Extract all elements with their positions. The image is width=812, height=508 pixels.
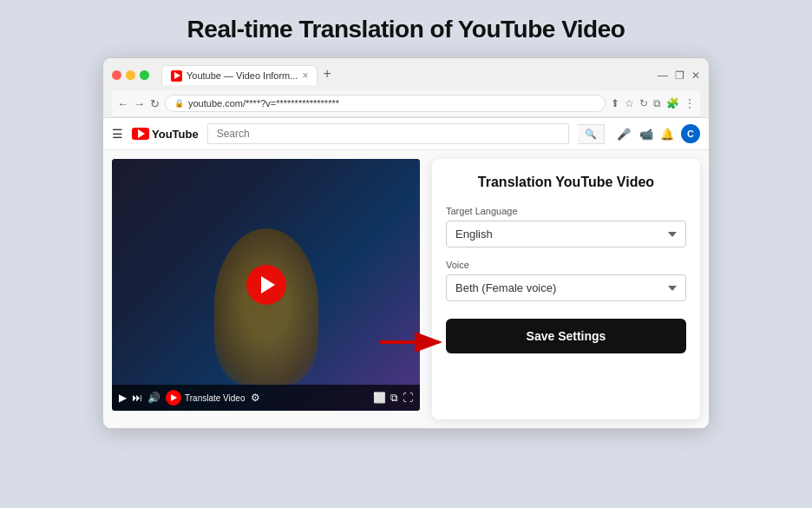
maximize-window-dot[interactable] — [140, 70, 149, 80]
target-language-select[interactable]: English Spanish French German Japanese C… — [446, 221, 686, 247]
browser-content: ▶ ⏭ 🔊 Translate Video ⚙ ⬜ ⧉ ⛶ — [103, 150, 709, 428]
play-button[interactable] — [246, 265, 286, 305]
address-bar[interactable]: 🔒 youtube.com/****?v=***************** — [165, 95, 606, 112]
extensions-icon[interactable]: 🧩 — [666, 97, 679, 109]
target-language-field: Target Language English Spanish French G… — [446, 206, 686, 247]
video-player[interactable]: ▶ ⏭ 🔊 Translate Video ⚙ ⬜ ⧉ ⛶ — [112, 159, 420, 411]
reload-icon[interactable]: ↻ — [639, 97, 648, 109]
volume-control[interactable]: 🔊 — [147, 392, 160, 404]
restore-button[interactable]: ❐ — [675, 69, 684, 82]
minimize-window-dot[interactable] — [126, 70, 135, 80]
video-background — [112, 159, 420, 411]
next-control[interactable]: ⏭ — [132, 392, 142, 404]
address-bar-row: ← → ↻ 🔒 youtube.com/****?v=*************… — [112, 90, 700, 117]
target-language-label: Target Language — [446, 206, 686, 216]
refresh-button[interactable]: ↻ — [150, 97, 160, 110]
bookmark-icon[interactable]: ☆ — [625, 97, 634, 109]
hamburger-menu[interactable]: ☰ — [112, 127, 123, 141]
translate-video-label: Translate Video — [185, 393, 246, 403]
lock-icon: 🔒 — [174, 99, 184, 108]
youtube-logo[interactable]: YouTube — [132, 128, 199, 141]
tab-icon[interactable]: ⧉ — [653, 97, 661, 109]
translate-icon — [166, 390, 181, 406]
fullscreen-control[interactable]: ⛶ — [403, 392, 413, 404]
tab-label: Youtube — Video Inform... — [187, 70, 298, 81]
notifications-icon[interactable]: 🔔 — [660, 128, 674, 141]
user-avatar[interactable]: C — [681, 124, 700, 143]
traffic-lights — [112, 70, 149, 80]
youtube-logo-text: YouTube — [152, 128, 199, 141]
theater-control[interactable]: ⬜ — [373, 392, 386, 404]
save-settings-button[interactable]: Save Settings — [446, 319, 686, 353]
menu-icon[interactable]: ⋮ — [684, 97, 695, 109]
url-text: youtube.com/****?v=***************** — [188, 98, 339, 109]
share-icon[interactable]: ⬆ — [611, 97, 619, 109]
tab-close-button[interactable]: × — [302, 69, 308, 82]
video-controls: ▶ ⏭ 🔊 Translate Video ⚙ ⬜ ⧉ ⛶ — [112, 385, 420, 411]
search-button[interactable]: 🔍 — [578, 124, 605, 144]
tab-bar: Youtube — Video Inform... × + — [161, 65, 652, 85]
translation-panel: Translation YouTube Video Target Languag… — [432, 159, 700, 419]
forward-button[interactable]: → — [134, 97, 145, 110]
voice-select[interactable]: Beth (Female voice) Amy (Female voice) B… — [446, 274, 686, 301]
voice-label: Voice — [446, 260, 686, 270]
mic-icon[interactable]: 🎤 — [617, 128, 631, 141]
minimize-button[interactable]: — — [658, 69, 668, 82]
back-button[interactable]: ← — [117, 97, 128, 110]
arrow-indicator — [380, 325, 449, 363]
voice-field: Voice Beth (Female voice) Amy (Female vo… — [446, 260, 686, 301]
panel-title: Translation YouTube Video — [446, 175, 686, 190]
youtube-logo-icon — [132, 128, 149, 140]
active-tab[interactable]: Youtube — Video Inform... × — [161, 65, 318, 85]
settings-control[interactable]: ⚙ — [251, 392, 260, 404]
tab-favicon — [171, 70, 182, 82]
address-icons: ⬆ ☆ ↻ ⧉ 🧩 ⋮ — [611, 97, 695, 109]
search-input[interactable] — [207, 123, 569, 144]
window-controls: — ❐ ✕ — [658, 69, 700, 82]
translate-video-button[interactable]: Translate Video — [166, 390, 246, 406]
youtube-navbar: ☰ YouTube 🔍 🎤 📹 🔔 C — [103, 118, 709, 150]
browser-window: Youtube — Video Inform... × + — ❐ ✕ ← → … — [102, 57, 710, 429]
close-button[interactable]: ✕ — [691, 69, 700, 82]
browser-titlebar: Youtube — Video Inform... × + — ❐ ✕ ← → … — [103, 58, 709, 118]
page-title: Real-time Translation of YouTube Video — [187, 16, 625, 43]
miniplayer-control[interactable]: ⧉ — [390, 392, 398, 404]
play-control[interactable]: ▶ — [119, 392, 127, 404]
close-window-dot[interactable] — [112, 70, 121, 80]
right-controls: ⬜ ⧉ ⛶ — [373, 392, 413, 404]
create-icon[interactable]: 📹 — [639, 128, 653, 141]
new-tab-button[interactable]: + — [323, 66, 331, 85]
navbar-right-icons: 📹 🔔 C — [639, 124, 700, 143]
